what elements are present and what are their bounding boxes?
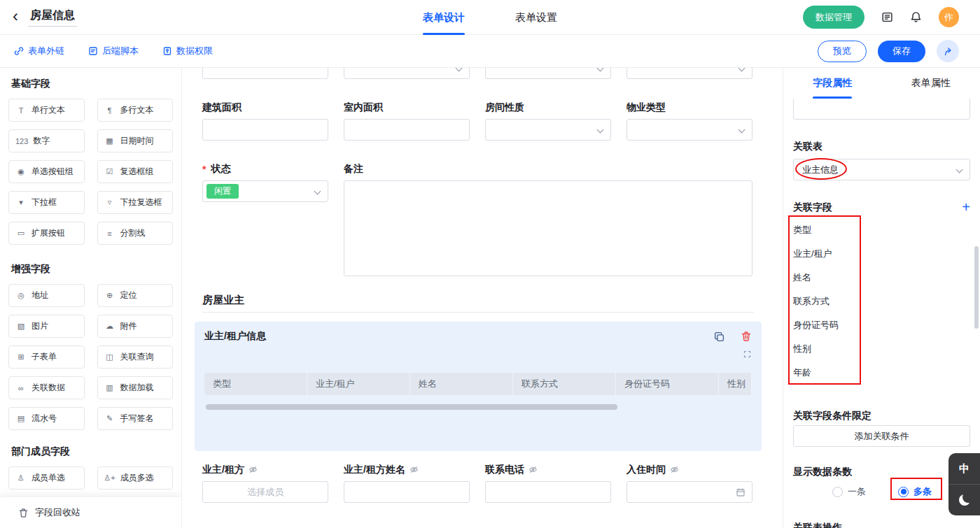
sidebar-item-serial-number[interactable]: ▤流水号 bbox=[8, 407, 85, 430]
sidebar-item-radio-group[interactable]: ◉单选按钮组 bbox=[8, 160, 85, 183]
tab-form-settings[interactable]: 表单设置 bbox=[515, 0, 557, 35]
calendar-icon bbox=[736, 487, 746, 497]
notifications-button[interactable] bbox=[910, 11, 922, 23]
back-button[interactable]: ‹ bbox=[13, 8, 18, 27]
sidebar-item-image[interactable]: ▧图片 bbox=[8, 315, 85, 338]
add-condition-button[interactable]: 添加关联条件 bbox=[793, 425, 970, 447]
field-label: 数据加载 bbox=[120, 382, 154, 394]
remark-textarea[interactable] bbox=[344, 180, 752, 276]
ime-night-mode-button[interactable] bbox=[948, 484, 980, 515]
field-select-cut[interactable] bbox=[626, 68, 752, 79]
field-input-cut[interactable] bbox=[202, 68, 328, 79]
duplicate-subform-button[interactable] bbox=[713, 331, 725, 343]
share-button[interactable] bbox=[937, 40, 959, 62]
move-in-time-input[interactable] bbox=[626, 481, 752, 503]
eye-off-icon bbox=[528, 465, 538, 474]
related-field-item-contact[interactable]: 联系方式 bbox=[793, 290, 970, 313]
sidebar-item-related-data[interactable]: ∞关联数据 bbox=[8, 376, 85, 399]
column-type[interactable]: 类型 bbox=[204, 373, 307, 395]
related-field-item-type[interactable]: 类型 bbox=[793, 218, 970, 242]
number-icon: 123 bbox=[15, 137, 28, 145]
owner-renter-member-picker[interactable]: 选择成员 bbox=[202, 481, 328, 503]
field-indoor-area[interactable]: 室内面积 bbox=[344, 101, 470, 141]
contact-phone-input[interactable] bbox=[485, 481, 611, 503]
field-property-type[interactable]: 物业类型 bbox=[626, 101, 752, 141]
link-icon bbox=[14, 46, 24, 56]
field-select-cut[interactable] bbox=[485, 68, 611, 79]
field-status[interactable]: * 状态 闲置 bbox=[202, 163, 328, 276]
owner-renter-name-input[interactable] bbox=[344, 481, 470, 503]
field-move-in-time-label: 入住时间 bbox=[626, 464, 666, 476]
column-id-number[interactable]: 身份证号码 bbox=[616, 373, 719, 395]
backend-script-button[interactable]: 后端脚本 bbox=[88, 45, 139, 57]
related-field-item-gender[interactable]: 性别 bbox=[793, 337, 970, 361]
sidebar-item-extend-button[interactable]: ▭扩展按钮 bbox=[8, 222, 85, 245]
group-title-member: 部门成员字段 bbox=[11, 445, 170, 458]
form-external-link-button[interactable]: 表单外链 bbox=[14, 45, 64, 57]
column-owner-tenant[interactable]: 业主/租户 bbox=[307, 373, 410, 395]
add-related-field-button[interactable]: + bbox=[962, 200, 970, 214]
building-area-input[interactable] bbox=[202, 119, 328, 141]
image-icon: ▧ bbox=[15, 322, 27, 331]
subform-expand-button[interactable] bbox=[204, 350, 752, 359]
field-recycle-bin[interactable]: 字段回收站 bbox=[0, 497, 181, 528]
sidebar-item-address[interactable]: ◎地址 bbox=[8, 284, 85, 307]
field-move-in-time[interactable]: 入住时间 bbox=[626, 464, 752, 503]
sidebar-item-single-line-text[interactable]: T单行文本 bbox=[8, 99, 85, 122]
user-avatar[interactable]: 作 bbox=[939, 7, 959, 27]
field-room-nature[interactable]: 房间性质 bbox=[485, 101, 611, 141]
column-gender[interactable]: 性别 bbox=[719, 373, 752, 395]
changelog-button[interactable] bbox=[881, 11, 893, 23]
sidebar-item-subform[interactable]: ⊞子表单 bbox=[8, 345, 85, 369]
sidebar-item-multi-line-text[interactable]: ¶多行文本 bbox=[97, 99, 174, 122]
related-field-item-age[interactable]: 年龄 bbox=[793, 361, 970, 385]
radio-one[interactable]: 一条 bbox=[832, 485, 866, 498]
sidebar-item-location[interactable]: ⊕定位 bbox=[97, 284, 174, 307]
tab-field-properties[interactable]: 字段属性 bbox=[783, 68, 882, 99]
sidebar-item-number[interactable]: 123数字 bbox=[8, 129, 85, 152]
radio-multi[interactable]: 多条 bbox=[898, 485, 932, 498]
tab-form-properties[interactable]: 表单属性 bbox=[882, 68, 980, 99]
vertical-scrollbar-thumb[interactable] bbox=[974, 246, 979, 329]
sidebar-item-datetime[interactable]: ▦日期时间 bbox=[97, 129, 174, 152]
sidebar-item-dropdown[interactable]: ▾下拉框 bbox=[8, 191, 85, 214]
related-table-select[interactable]: 业主信息 bbox=[793, 159, 970, 180]
sidebar-item-data-load[interactable]: ▥数据加载 bbox=[97, 376, 174, 399]
sidebar-item-signature[interactable]: ✎手写签名 bbox=[97, 407, 174, 430]
horizontal-scrollbar-thumb[interactable] bbox=[206, 404, 617, 410]
field-contact-phone[interactable]: 联系电话 bbox=[485, 464, 611, 503]
sidebar-item-member-multi[interactable]: ♙+成员多选 bbox=[97, 466, 174, 490]
delete-subform-button[interactable] bbox=[741, 331, 752, 342]
data-manage-button[interactable]: 数据管理 bbox=[803, 6, 864, 29]
column-contact[interactable]: 联系方式 bbox=[513, 373, 616, 395]
ime-language-toggle[interactable]: 中 bbox=[948, 453, 980, 484]
field-remark[interactable]: 备注 bbox=[344, 163, 752, 276]
field-select-cut[interactable] bbox=[344, 68, 470, 79]
related-field-item-id-number[interactable]: 身份证号码 bbox=[793, 313, 970, 337]
field-owner-renter-name[interactable]: 业主/租方姓名 bbox=[344, 464, 470, 503]
column-name[interactable]: 姓名 bbox=[410, 373, 513, 395]
related-field-item-owner-tenant[interactable]: 业主/租户 bbox=[793, 242, 970, 266]
room-nature-select[interactable] bbox=[485, 119, 611, 141]
field-owner-renter[interactable]: 业主/租方 选择成员 bbox=[202, 464, 328, 503]
subform-owner-tenant[interactable]: 业主/租户信息 类型 业主/租户 姓名 bbox=[195, 322, 762, 451]
property-type-select[interactable] bbox=[626, 119, 752, 141]
field-remark-label: 备注 bbox=[344, 163, 363, 176]
sidebar-item-dropdown-multi[interactable]: ▿下拉复选框 bbox=[97, 191, 174, 214]
sidebar-item-attachment[interactable]: ☁附件 bbox=[97, 315, 174, 338]
preview-button[interactable]: 预览 bbox=[818, 41, 867, 62]
sidebar-item-checkbox-group[interactable]: ☑复选框组 bbox=[97, 160, 174, 183]
indoor-area-input[interactable] bbox=[344, 119, 470, 141]
related-field-item-name[interactable]: 姓名 bbox=[793, 266, 970, 290]
panel-input-cut[interactable] bbox=[793, 99, 970, 120]
field-label: 附件 bbox=[120, 320, 137, 332]
sidebar-item-member-single[interactable]: ♙成员单选 bbox=[8, 466, 85, 490]
data-permission-button[interactable]: 数据权限 bbox=[162, 45, 213, 57]
sidebar-item-divider[interactable]: ≡分割线 bbox=[97, 222, 174, 245]
attachment-icon: ☁ bbox=[104, 322, 115, 331]
tab-form-design[interactable]: 表单设计 bbox=[423, 0, 465, 35]
sidebar-item-related-query[interactable]: ◫关联查询 bbox=[97, 345, 174, 369]
status-select[interactable]: 闲置 bbox=[202, 180, 328, 202]
field-building-area[interactable]: 建筑面积 bbox=[202, 101, 328, 141]
save-button[interactable]: 保存 bbox=[878, 41, 925, 62]
